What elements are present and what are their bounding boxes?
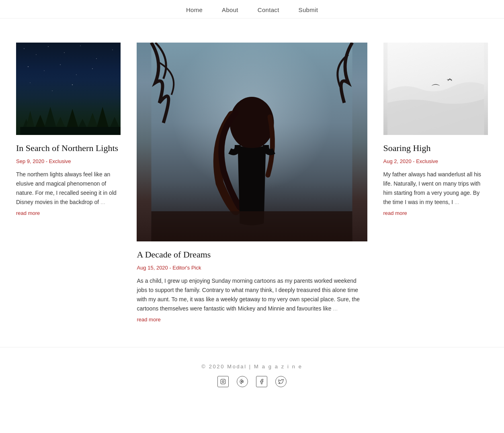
- svg-point-17: [222, 381, 224, 383]
- card-image-soaring-high: [383, 43, 488, 135]
- card-soaring-high: Soaring High Aug 2, 2020 - Exclusive My …: [375, 43, 488, 216]
- site-footer: © 2020 Modal | M a g a z i n e: [0, 347, 504, 399]
- svg-rect-16: [221, 379, 225, 384]
- svg-point-13: [230, 97, 274, 149]
- read-more-northern-lights[interactable]: read more: [16, 210, 40, 216]
- card-excerpt-decade-of-dreams: As a child, I grew up enjoying Sunday mo…: [137, 276, 367, 313]
- card-title-soaring-high: Soaring High: [383, 142, 488, 154]
- card-title-northern-lights: In Search of Northern Lights: [16, 142, 121, 154]
- svg-point-18: [224, 380, 225, 380]
- nav-about[interactable]: About: [222, 6, 238, 13]
- card-excerpt-northern-lights: The northern lights always feel like an …: [16, 170, 121, 207]
- card-excerpt-soaring-high: My father always had wanderlust all his …: [383, 170, 488, 207]
- twitter-icon[interactable]: [275, 376, 287, 387]
- card-meta-soaring-high: Aug 2, 2020 - Exclusive: [383, 158, 488, 164]
- card-image-decade-of-dreams: [137, 43, 367, 241]
- main-nav: Home About Contact Submit: [0, 0, 504, 18]
- facebook-icon[interactable]: [256, 376, 267, 387]
- nav-home[interactable]: Home: [186, 6, 203, 13]
- card-meta-northern-lights: Sep 9, 2020 - Exclusive: [16, 158, 121, 164]
- card-title-decade-of-dreams: A Decade of Dreams: [137, 249, 367, 261]
- main-content: In Search of Northern Lights Sep 9, 2020…: [0, 18, 504, 339]
- svg-rect-10: [20, 127, 121, 135]
- pinterest-icon[interactable]: [237, 376, 248, 387]
- nav-submit[interactable]: Submit: [299, 6, 318, 13]
- card-image-northern-lights: [16, 43, 121, 135]
- card-meta-decade-of-dreams: Aug 15, 2020 - Editor's Pick: [137, 265, 367, 271]
- read-more-decade-of-dreams[interactable]: read more: [137, 317, 160, 323]
- card-decade-of-dreams: A Decade of Dreams Aug 15, 2020 - Editor…: [129, 43, 375, 323]
- social-icons-row: [0, 376, 504, 387]
- read-more-soaring-high[interactable]: read more: [383, 210, 407, 216]
- card-northern-lights: In Search of Northern Lights Sep 9, 2020…: [16, 43, 129, 216]
- nav-contact[interactable]: Contact: [258, 6, 279, 13]
- svg-rect-14: [152, 211, 352, 241]
- instagram-icon[interactable]: [217, 376, 229, 387]
- article-grid: In Search of Northern Lights Sep 9, 2020…: [0, 18, 504, 339]
- footer-copyright: © 2020 Modal | M a g a z i n e: [0, 364, 504, 370]
